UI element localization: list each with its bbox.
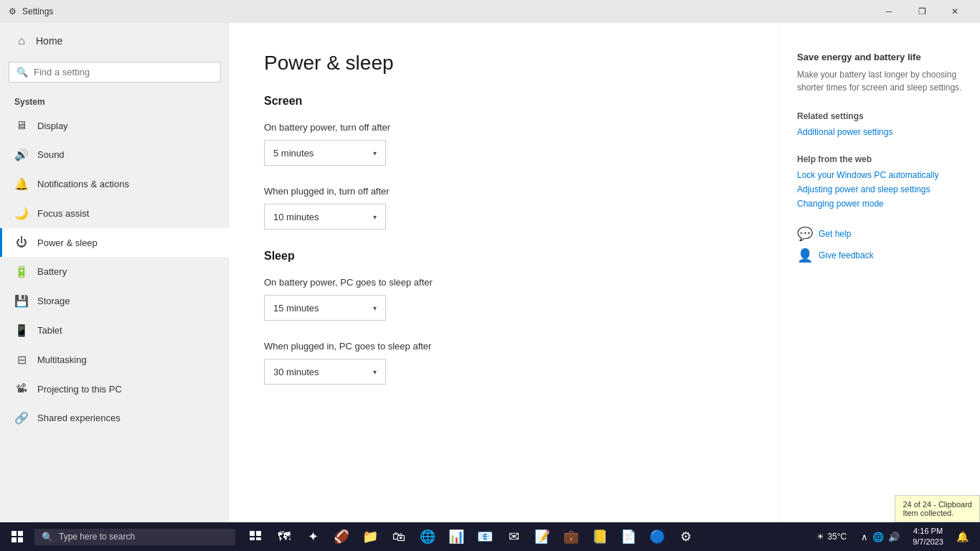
battery-screen-value: 5 minutes bbox=[273, 148, 314, 159]
edge-icon[interactable]: 🌐 bbox=[413, 522, 442, 551]
tablet-icon: 📱 bbox=[14, 324, 29, 337]
sidebar-item-projecting[interactable]: 📽 Projecting to this PC bbox=[0, 375, 230, 403]
sidebar-item-power[interactable]: ⏻ Power & sleep bbox=[0, 228, 230, 257]
word-icon[interactable]: 📄 bbox=[614, 522, 643, 551]
maps-app-icon[interactable]: 🗺 bbox=[270, 522, 298, 551]
close-button[interactable]: ✕ bbox=[938, 0, 971, 23]
settings-taskbar-icon[interactable]: ⚙ bbox=[672, 522, 700, 551]
help-link-0[interactable]: Lock your Windows PC automatically bbox=[797, 170, 963, 180]
teams-icon[interactable]: 💼 bbox=[557, 522, 585, 551]
get-help-link[interactable]: Get help bbox=[819, 229, 851, 239]
plugged-sleep-row: When plugged in, PC goes to sleep after … bbox=[264, 341, 745, 385]
give-feedback-item[interactable]: 👤 Give feedback bbox=[797, 248, 963, 263]
display-icon: 🖥 bbox=[14, 119, 29, 132]
search-input[interactable] bbox=[34, 67, 213, 77]
file-explorer-icon[interactable]: 📁 bbox=[356, 522, 385, 551]
additional-power-link[interactable]: Additional power settings bbox=[797, 127, 963, 137]
clipboard-tooltip-text: 24 of 24 - ClipboardItem collected. bbox=[903, 500, 972, 517]
excel-icon[interactable]: 📊 bbox=[442, 522, 471, 551]
sidebar-item-shared[interactable]: 🔗 Shared experiences bbox=[0, 403, 230, 433]
get-help-item[interactable]: 💬 Get help bbox=[797, 226, 963, 242]
restore-button[interactable]: ❐ bbox=[905, 0, 938, 23]
network-icon[interactable]: 🌐 bbox=[872, 532, 884, 542]
sidebar-item-storage[interactable]: 💾 Storage bbox=[0, 286, 230, 316]
chrome-icon[interactable]: 🔵 bbox=[643, 522, 672, 551]
plugged-sleep-label: When plugged in, PC goes to sleep after bbox=[264, 341, 745, 352]
temperature-text: 35°C bbox=[827, 532, 847, 542]
screen-section-title: Screen bbox=[264, 95, 745, 108]
sound-icon: 🔊 bbox=[14, 148, 29, 161]
settings-icon: ⚙ bbox=[9, 6, 17, 17]
sidebar-item-notifications[interactable]: 🔔 Notifications & actions bbox=[0, 169, 230, 199]
sidebar-item-label: Power & sleep bbox=[37, 237, 98, 248]
outlook-icon[interactable]: 📧 bbox=[471, 522, 499, 551]
sidebar-item-label: Battery bbox=[37, 266, 67, 277]
sidebar-item-tablet[interactable]: 📱 Tablet bbox=[0, 316, 230, 345]
title-bar: ⚙ Settings ─ ❐ ✕ bbox=[0, 0, 980, 23]
sidebar-item-battery[interactable]: 🔋 Battery bbox=[0, 257, 230, 286]
start-button[interactable] bbox=[0, 522, 34, 551]
chevron-down-icon: ▾ bbox=[373, 149, 377, 157]
sticky-notes-icon[interactable]: 📝 bbox=[528, 522, 557, 551]
notification-center-button[interactable]: 🔔 bbox=[951, 531, 974, 542]
taskbar-search-icon: 🔍 bbox=[42, 532, 53, 542]
cortana-icon[interactable]: ✦ bbox=[298, 522, 327, 551]
help-from-web-label: Help from the web bbox=[797, 154, 963, 164]
search-box[interactable]: 🔍 bbox=[9, 62, 221, 83]
help-link-1[interactable]: Adjusting power and sleep settings bbox=[797, 184, 963, 194]
sidebar-item-label: Shared experiences bbox=[37, 413, 121, 423]
sidebar-item-label: Multitasking bbox=[37, 354, 87, 365]
battery-icon: 🔋 bbox=[14, 265, 29, 278]
plugged-screen-row: When plugged in, turn off after 10 minut… bbox=[264, 186, 745, 230]
store-icon[interactable]: 🛍 bbox=[385, 522, 413, 551]
plugged-screen-dropdown[interactable]: 10 minutes ▾ bbox=[264, 204, 386, 230]
sidebar-item-label: Projecting to this PC bbox=[37, 384, 122, 395]
projecting-icon: 📽 bbox=[14, 382, 29, 395]
sidebar-item-label: Tablet bbox=[37, 325, 62, 336]
focus-icon: 🌙 bbox=[14, 207, 29, 220]
mail-icon[interactable]: ✉ bbox=[499, 522, 528, 551]
svg-rect-4 bbox=[250, 531, 255, 536]
weather-widget[interactable]: ☀ 35°C bbox=[809, 532, 854, 542]
task-view-button[interactable] bbox=[241, 522, 270, 551]
sidebar-item-sound[interactable]: 🔊 Sound bbox=[0, 140, 230, 169]
sidebar-section-label: System bbox=[0, 91, 230, 111]
sidebar: ⌂ Home 🔍 System 🖥 Display 🔊 Sound 🔔 Noti… bbox=[0, 23, 230, 522]
taskbar-search-box[interactable]: 🔍 Type here to search bbox=[34, 529, 235, 545]
shared-icon: 🔗 bbox=[14, 411, 29, 425]
give-feedback-link[interactable]: Give feedback bbox=[819, 250, 874, 260]
taskbar: 🔍 Type here to search 🗺 ✦ 🏈 📁 🛍 🌐 📊 📧 ✉ … bbox=[0, 522, 980, 551]
battery-screen-label: On battery power, turn off after bbox=[264, 122, 745, 133]
battery-sleep-dropdown[interactable]: 15 minutes ▾ bbox=[264, 295, 386, 321]
battery-screen-dropdown[interactable]: 5 minutes ▾ bbox=[264, 140, 386, 166]
battery-sleep-row: On battery power, PC goes to sleep after… bbox=[264, 277, 745, 321]
sidebar-item-display[interactable]: 🖥 Display bbox=[0, 111, 230, 140]
help-link-2[interactable]: Changing power mode bbox=[797, 199, 963, 209]
chevron-up-icon[interactable]: ∧ bbox=[861, 532, 868, 542]
svg-rect-0 bbox=[11, 531, 17, 536]
sleep-section-title: Sleep bbox=[264, 250, 745, 263]
content-area: Power & sleep Screen On battery power, t… bbox=[230, 23, 980, 522]
sidebar-item-label: Display bbox=[37, 121, 68, 131]
search-icon: 🔍 bbox=[17, 67, 28, 77]
title-bar-controls: ─ ❐ ✕ bbox=[872, 0, 971, 23]
volume-icon[interactable]: 🔊 bbox=[888, 532, 900, 542]
minimize-button[interactable]: ─ bbox=[872, 0, 905, 23]
app-body: ⌂ Home 🔍 System 🖥 Display 🔊 Sound 🔔 Noti… bbox=[0, 23, 980, 522]
get-help-icon: 💬 bbox=[797, 226, 813, 242]
battery-screen-row: On battery power, turn off after 5 minut… bbox=[264, 122, 745, 166]
sidebar-item-multitasking[interactable]: ⊟ Multitasking bbox=[0, 345, 230, 375]
taskbar-apps: 🗺 ✦ 🏈 📁 🛍 🌐 📊 📧 ✉ 📝 💼 📒 📄 🔵 ⚙ bbox=[270, 522, 700, 551]
football-icon[interactable]: 🏈 bbox=[327, 522, 356, 551]
sidebar-item-focus[interactable]: 🌙 Focus assist bbox=[0, 199, 230, 228]
onenote-icon[interactable]: 📒 bbox=[585, 522, 614, 551]
taskbar-pinned-icons bbox=[241, 522, 270, 551]
plugged-sleep-dropdown[interactable]: 30 minutes ▾ bbox=[264, 359, 386, 385]
chevron-down-icon: ▾ bbox=[373, 304, 377, 312]
give-feedback-icon: 👤 bbox=[797, 248, 813, 263]
sleep-section: Sleep On battery power, PC goes to sleep… bbox=[264, 250, 745, 385]
notifications-icon: 🔔 bbox=[14, 177, 29, 191]
sidebar-item-home[interactable]: ⌂ Home bbox=[0, 23, 230, 59]
right-panel: Save energy and battery life Make your b… bbox=[779, 23, 980, 522]
clock[interactable]: 4:16 PM 9/7/2023 bbox=[907, 526, 949, 548]
